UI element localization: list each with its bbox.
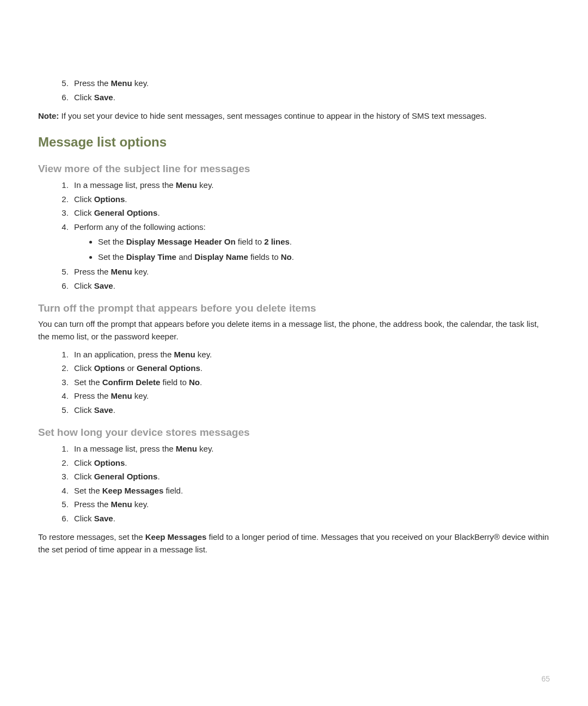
step-bold: No [189,378,200,387]
step-text: Press the [74,391,111,400]
step-text: field. [163,486,183,495]
step-bold: General Options [137,363,200,373]
step-text: Set the [98,237,126,246]
step-text: field to [236,237,265,246]
step-bold: Menu [174,350,195,359]
step-bold: General Options [94,472,158,481]
subsection-heading: View more of the subject line for messag… [38,163,550,175]
step-text: . [292,252,294,261]
step-bold: Save [94,281,113,290]
step-text: . [113,405,115,415]
intro-paragraph: You can turn off the prompt that appears… [38,318,550,343]
step-text: fields to [248,252,281,261]
step-text: Set the [74,378,102,387]
list-item: Click Options. [71,456,550,470]
step-bold: Menu [111,500,132,509]
step-text: Click [74,363,94,373]
step-bold: Display Name [194,252,248,261]
step-bold: 2 lines [264,237,290,246]
list-item: Click Options or General Options. [71,361,550,375]
step-text: key. [197,180,214,190]
step-bold: Options [94,194,125,204]
note-label: Note: [38,111,59,120]
step-bold: Options [94,363,125,373]
outro-text: To restore messages, set the [38,532,145,541]
list-item: Click General Options. [71,470,550,484]
store-steps: In a message list, press the Menu key. C… [38,442,550,525]
list-item: Click Save. [71,403,550,417]
step-bold: Menu [111,391,132,400]
intro-tail-steps: Press the Menu key. Click Save. [38,76,550,104]
step-text: Click [74,281,94,290]
step-text: key. [132,267,149,276]
view-more-steps: In a message list, press the Menu key. C… [38,178,550,293]
document-page: Press the Menu key. Click Save. Note: If… [0,0,588,706]
step-bold: Display Message Header On [126,237,236,246]
step-text: Click [74,458,94,467]
step-text: . [200,378,202,387]
step-text: Set the [74,486,102,495]
step-text: . [125,194,127,204]
step-text: key. [132,500,149,509]
step-text: . [113,93,115,102]
step-bold: Options [94,458,125,467]
list-item: In an application, press the Menu key. [71,348,550,362]
step-bold: Display Time [126,252,176,261]
step-bold: Keep Messages [102,486,164,495]
step-bold: Confirm Delete [102,378,161,387]
list-item: Click Save. [71,512,550,526]
list-item: Press the Menu key. [71,76,550,90]
step-text: and [176,252,194,261]
subsection-heading: Set how long your device stores messages [38,427,550,439]
step-bold: Menu [176,180,197,190]
step-text: . [113,281,115,290]
step-text: Click [74,194,94,204]
step-text: key. [197,444,214,453]
list-item: Press the Menu key. [71,265,550,279]
step-bold: Save [94,514,113,523]
step-text: . [290,237,292,246]
step-text: In a message list, press the [74,444,176,453]
step-bold: Save [94,405,113,415]
list-item: Click Options. [71,192,550,206]
outro-bold: Keep Messages [145,532,207,541]
step-text: key. [132,78,149,88]
step-text: In a message list, press the [74,180,176,190]
step-text: . [125,458,127,467]
step-text: key. [195,350,212,359]
section-title: Message list options [38,135,550,150]
step-text: . [157,208,160,217]
list-item: Press the Menu key. [71,497,550,512]
step-text: In an application, press the [74,350,174,359]
page-number: 65 [541,674,550,683]
step-text: Click [74,93,94,102]
step-text: Click [74,208,94,217]
step-bold: Menu [176,444,197,453]
turn-off-steps: In an application, press the Menu key. C… [38,348,550,417]
step-bold: No [281,252,292,261]
step-text: Click [74,472,94,481]
list-item: Set the Keep Messages field. [71,484,550,498]
list-item: Perform any of the following actions: Se… [71,220,550,264]
note: Note: If you set your device to hide sen… [38,109,550,123]
list-item: In a message list, press the Menu key. [71,178,550,192]
list-item: In a message list, press the Menu key. [71,442,550,456]
step-text: Perform any of the following actions: [74,222,206,232]
list-item: Set the Confirm Delete field to No. [71,375,550,389]
list-item: Click Save. [71,90,550,105]
step-text: . [157,472,160,481]
step-bold: Save [94,93,113,102]
step-text: . [200,363,203,373]
step-text: Set the [98,252,126,261]
step-bold: Menu [111,267,132,276]
step-text: or [125,363,137,373]
step-bold: General Options [94,208,158,217]
step-text: key. [132,391,149,400]
list-item: Click Save. [71,279,550,293]
step-bold: Menu [111,78,132,88]
step-text: Press the [74,500,111,509]
step-text: Press the [74,267,111,276]
step-text: Click [74,405,94,415]
subsection-heading: Turn off the prompt that appears before … [38,302,550,314]
outro-paragraph: To restore messages, set the Keep Messag… [38,531,550,556]
